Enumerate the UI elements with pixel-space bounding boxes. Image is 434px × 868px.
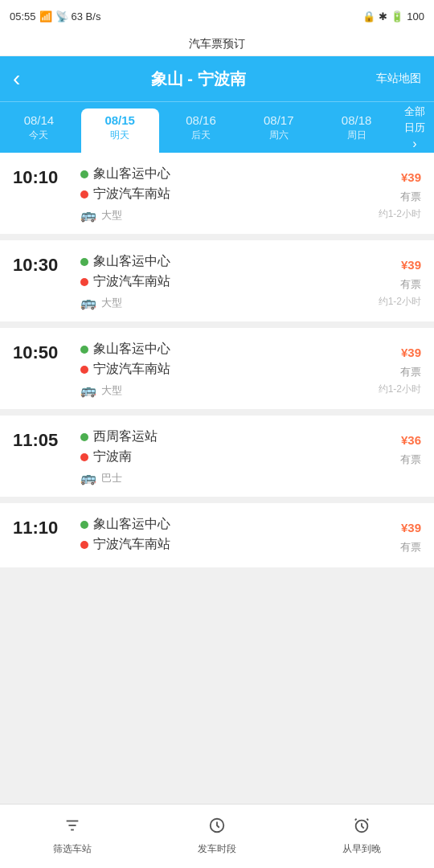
date-tabs: 08/14 今天 08/15 明天 08/16 后天 08/17 周六 08/1… [0, 101, 434, 153]
signal-icon: 📶 [39, 10, 52, 23]
departure-time: 10:30 [13, 255, 71, 276]
wifi-icon: 📡 [55, 10, 68, 23]
ticket-duration: 约1-2小时 [379, 383, 421, 396]
status-left: 05:55 📶 📡 63 B/s [10, 10, 100, 23]
header: ‹ 象山 - 宁波南 车站地图 [0, 56, 434, 101]
map-link[interactable]: 车站地图 [376, 72, 421, 86]
from-station: 象山客运中心 [93, 341, 170, 358]
from-dot [80, 170, 88, 178]
tab-0817[interactable]: 08/17 周六 [240, 102, 317, 153]
filter-icon [63, 817, 81, 839]
departure-time: 11:10 [13, 518, 71, 538]
from-station: 象山客运中心 [93, 166, 170, 182]
app-title: 汽车票预订 [189, 37, 245, 51]
ticket-price: ¥39 [401, 516, 421, 537]
bus-type: 大型 [101, 208, 122, 223]
filter-station-label: 筛选车站 [53, 842, 92, 856]
bus-icon: 🚌 [80, 383, 96, 398]
tab-0818[interactable]: 08/18 周日 [317, 102, 395, 153]
to-dot [80, 278, 88, 286]
route-title: 象山 - 宁波南 [20, 68, 376, 90]
to-dot [80, 190, 88, 199]
from-dot [80, 258, 88, 266]
ticket-stations: 象山客运中心 宁波汽车南站 🚌 大型 [80, 253, 369, 310]
clock-icon [208, 817, 226, 839]
bus-type: 大型 [101, 296, 122, 310]
ticket-availability: 有票 [400, 277, 421, 292]
svg-line-5 [355, 819, 357, 821]
from-dot [80, 346, 88, 354]
battery-icon: 🔋 [391, 10, 403, 23]
bus-type: 巴士 [101, 471, 122, 485]
ticket-price-section: ¥39 有票 [400, 516, 421, 555]
to-dot [80, 541, 88, 549]
ticket-duration: 约1-2小时 [379, 295, 421, 309]
tab-0815[interactable]: 08/15 明天 [81, 108, 159, 153]
from-station: 象山客运中心 [93, 253, 170, 270]
sort-button[interactable]: 从早到晚 [289, 817, 434, 856]
ticket-availability: 有票 [400, 452, 421, 467]
to-station: 宁波汽车南站 [93, 186, 170, 203]
sort-label: 从早到晚 [342, 842, 381, 856]
departure-time-button[interactable]: 发车时段 [145, 817, 289, 856]
ticket-price-section: ¥39 有票 约1-2小时 [379, 253, 421, 309]
ticket-availability: 有票 [400, 190, 421, 204]
ticket-list: 10:10 象山客运中心 宁波汽车南站 🚌 大型 ¥39 有票 约1-2小时 [0, 153, 434, 804]
status-bar: 05:55 📶 📡 63 B/s 🔒 ✱ 🔋 100 [0, 0, 434, 32]
from-dot [80, 433, 88, 441]
ticket-stations: 象山客运中心 宁波汽车南站 🚌 大型 [80, 166, 369, 223]
back-button[interactable]: ‹ [13, 66, 20, 92]
status-right: 🔒 ✱ 🔋 100 [362, 10, 424, 23]
ticket-price-section: ¥36 有票 [400, 428, 421, 467]
bluetooth-icon: ✱ [379, 10, 387, 23]
tab-0814[interactable]: 08/14 今天 [0, 102, 78, 153]
ticket-stations: 象山客运中心 宁波汽车南站 🚌 大型 [80, 341, 369, 398]
ticket-item[interactable]: 10:50 象山客运中心 宁波汽车南站 🚌 大型 ¥39 有票 约1-2小时 [0, 328, 434, 409]
status-time: 05:55 [10, 10, 36, 23]
ticket-price: ¥39 [401, 253, 421, 274]
tab-0816[interactable]: 08/16 后天 [162, 102, 240, 153]
ticket-item[interactable]: 10:30 象山客运中心 宁波汽车南站 🚌 大型 ¥39 有票 约1-2小时 [0, 240, 434, 321]
from-station: 西周客运站 [93, 428, 158, 445]
ticket-price-section: ¥39 有票 约1-2小时 [379, 341, 421, 396]
to-station: 宁波汽车南站 [93, 536, 170, 553]
departure-time: 10:10 [13, 167, 71, 188]
bus-icon: 🚌 [80, 470, 96, 485]
to-station: 宁波南 [93, 448, 132, 465]
ticket-availability: 有票 [400, 365, 421, 379]
battery-level: 100 [407, 10, 424, 23]
ticket-price: ¥39 [401, 341, 421, 362]
to-station: 宁波汽车南站 [93, 273, 170, 290]
speed-text: 63 B/s [72, 10, 101, 23]
chevron-right-icon: › [412, 137, 416, 151]
ticket-price: ¥39 [401, 166, 421, 186]
ticket-price-section: ¥39 有票 约1-2小时 [379, 166, 421, 221]
alarm-icon [353, 817, 371, 839]
bus-type: 大型 [101, 383, 122, 398]
to-station: 宁波汽车南站 [93, 361, 170, 378]
ticket-stations: 西周客运站 宁波南 🚌 巴士 [80, 428, 391, 485]
lock-icon: 🔒 [362, 10, 375, 23]
from-dot [80, 521, 88, 529]
departure-time: 11:05 [13, 430, 71, 451]
bottom-nav: 筛选车站 发车时段 从早到晚 [0, 804, 434, 868]
from-station: 象山客运中心 [93, 516, 170, 533]
departure-time-label: 发车时段 [198, 842, 236, 856]
ticket-availability: 有票 [400, 540, 421, 555]
all-label: 全部 [404, 104, 425, 119]
ticket-item[interactable]: 11:05 西周客运站 宁波南 🚌 巴士 ¥36 有票 [0, 416, 434, 497]
departure-time: 10:50 [13, 342, 71, 363]
to-dot [80, 453, 88, 461]
ticket-duration: 约1-2小时 [379, 207, 421, 221]
ticket-stations: 象山客运中心 宁波汽车南站 [80, 516, 391, 556]
bus-icon: 🚌 [80, 207, 96, 223]
filter-station-button[interactable]: 筛选车站 [0, 817, 145, 856]
calendar-label: 日历 [404, 121, 425, 135]
ticket-price: ¥36 [401, 428, 421, 449]
ticket-item[interactable]: 10:10 象山客运中心 宁波汽车南站 🚌 大型 ¥39 有票 约1-2小时 [0, 153, 434, 234]
ticket-item[interactable]: 11:10 象山客运中心 宁波汽车南站 ¥39 有票 [0, 503, 434, 567]
bus-icon: 🚌 [80, 295, 96, 310]
tab-all-calendar[interactable]: 全部 日历 › [395, 102, 434, 153]
to-dot [80, 366, 88, 374]
svg-line-6 [366, 819, 368, 821]
